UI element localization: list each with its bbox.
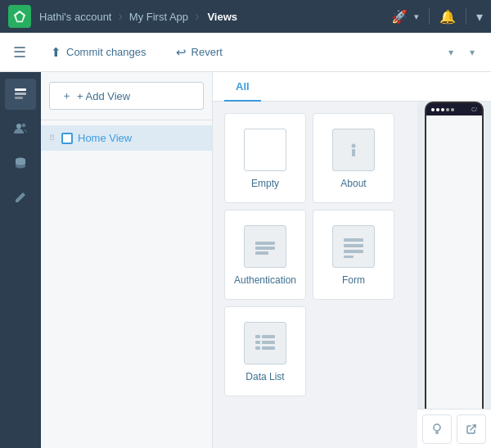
phone-dots <box>431 108 454 111</box>
bottom-bar <box>417 409 491 448</box>
deploy-icon[interactable]: 🚀 <box>391 9 408 25</box>
auth-card-icon <box>244 225 286 268</box>
bell-icon[interactable]: 🔔 <box>439 9 456 25</box>
phone-dot-1 <box>431 108 435 111</box>
datalist-card-label: Data List <box>246 371 284 382</box>
form-card-icon <box>332 225 375 268</box>
breadcrumb-sep-1: › <box>118 9 122 24</box>
svg-rect-10 <box>255 242 275 245</box>
about-card-label: About <box>340 178 366 189</box>
empty-card-icon <box>244 129 286 171</box>
sidebar-icon-data[interactable] <box>5 147 36 179</box>
toolbar-chevron-2[interactable]: ▾ <box>463 42 481 63</box>
svg-rect-19 <box>255 341 260 344</box>
svg-rect-25 <box>436 433 439 434</box>
toolbar-chevron-1[interactable]: ▾ <box>442 42 460 63</box>
svg-rect-15 <box>344 250 363 253</box>
account-name[interactable]: Hathi's account <box>39 11 111 23</box>
svg-rect-22 <box>262 346 275 350</box>
revert-icon: ↩ <box>176 45 187 60</box>
content-lower: Empty About <box>213 102 491 448</box>
svg-rect-9 <box>352 149 355 156</box>
svg-rect-11 <box>255 247 275 250</box>
more-icon[interactable]: ▾ <box>476 9 483 25</box>
logo <box>8 5 31 28</box>
add-view-button[interactable]: ＋ + Add View <box>49 82 204 110</box>
svg-rect-18 <box>262 335 275 338</box>
datalist-card-icon <box>244 322 286 364</box>
deploy-chevron[interactable]: ▾ <box>414 11 419 22</box>
toolbar: ☰ ⬆ Commit changes ↩ Revert ▾ ▾ <box>0 33 491 72</box>
view-name: Home View <box>78 132 132 144</box>
svg-point-5 <box>16 124 21 129</box>
phone-signal: C/ <box>471 106 477 112</box>
template-card-about[interactable]: About <box>313 113 394 203</box>
app-name[interactable]: My First App <box>129 11 188 23</box>
sidebar-icon-edit[interactable] <box>5 182 36 213</box>
svg-rect-4 <box>15 97 23 99</box>
svg-rect-14 <box>344 244 363 247</box>
views-panel-header: ＋ + Add View <box>41 72 212 120</box>
svg-rect-20 <box>262 341 275 344</box>
hamburger-button[interactable]: ☰ <box>10 40 29 65</box>
add-view-label: + Add View <box>77 90 130 102</box>
icon-sidebar <box>0 72 41 448</box>
sidebar-icon-views[interactable] <box>5 79 36 110</box>
phone-dot-5 <box>451 108 454 111</box>
external-link-button[interactable] <box>457 414 486 444</box>
sidebar-icon-users[interactable] <box>5 113 36 144</box>
phone-side: C/ <box>417 102 491 448</box>
template-grid: Empty About <box>213 102 417 448</box>
nav-icons: 🚀 ▾ 🔔 ▾ <box>391 8 483 25</box>
svg-point-6 <box>22 124 25 127</box>
commit-icon: ⬆ <box>51 45 61 60</box>
tab-all[interactable]: All <box>224 72 261 102</box>
bulb-button[interactable] <box>422 414 452 444</box>
svg-rect-13 <box>344 238 363 242</box>
view-item-home[interactable]: ⠿ Home View <box>41 125 212 151</box>
template-card-authentication[interactable]: Authentication <box>224 210 306 300</box>
top-navigation: Hathi's account › My First App › Views 🚀… <box>0 0 491 33</box>
template-card-form[interactable]: Form <box>313 210 394 300</box>
views-list: ⠿ Home View <box>41 120 212 448</box>
phone-status-bar: C/ <box>426 103 482 115</box>
current-page: Views <box>207 11 237 23</box>
phone-dot-4 <box>446 108 449 111</box>
auth-card-label: Authentication <box>234 274 296 286</box>
tab-bar: All <box>213 72 491 102</box>
about-card-icon <box>332 129 375 171</box>
drag-handle: ⠿ <box>49 133 55 143</box>
content-area: All Empty <box>213 72 491 448</box>
svg-rect-24 <box>435 432 439 433</box>
form-card-label: Form <box>342 274 365 286</box>
breadcrumb-sep-2: › <box>195 9 199 24</box>
commit-button[interactable]: ⬆ Commit changes <box>39 39 158 66</box>
add-view-plus: ＋ <box>61 88 72 103</box>
phone-dot-3 <box>441 108 444 111</box>
svg-rect-2 <box>15 88 26 91</box>
svg-rect-16 <box>344 256 354 258</box>
views-panel: ＋ + Add View ⠿ Home View <box>41 72 213 448</box>
main-layout: ＋ + Add View ⠿ Home View All <box>0 72 491 448</box>
svg-point-8 <box>352 144 356 148</box>
svg-point-23 <box>434 424 440 431</box>
template-card-empty[interactable]: Empty <box>224 113 306 203</box>
nav-divider-1 <box>429 8 430 25</box>
nav-divider-2 <box>466 8 466 25</box>
revert-label: Revert <box>191 46 223 58</box>
phone-mockup: C/ <box>425 102 484 448</box>
commit-label: Commit changes <box>66 46 146 58</box>
svg-rect-3 <box>15 93 26 95</box>
view-checkbox[interactable] <box>61 133 73 144</box>
empty-card-label: Empty <box>251 178 279 189</box>
tab-all-label: All <box>236 80 250 93</box>
template-card-datalist[interactable]: Data List <box>224 306 306 396</box>
svg-rect-17 <box>255 335 260 338</box>
revert-button[interactable]: ↩ Revert <box>164 39 234 66</box>
phone-dot-2 <box>436 108 439 111</box>
svg-rect-12 <box>255 251 268 255</box>
toolbar-right: ▾ ▾ <box>442 42 481 63</box>
svg-rect-21 <box>255 346 260 350</box>
phone-screen <box>426 115 482 446</box>
